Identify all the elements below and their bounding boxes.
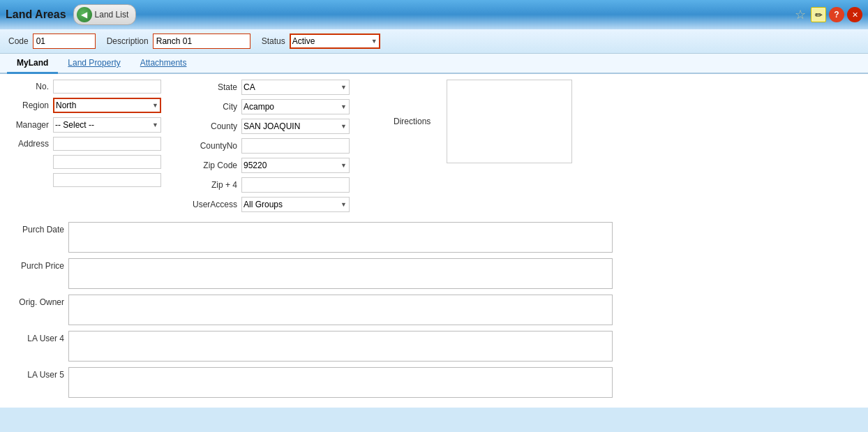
- orig-owner-textarea[interactable]: [68, 295, 613, 325]
- manager-label: Manager: [8, 120, 49, 130]
- help-icon[interactable]: ?: [829, 7, 844, 22]
- zipcode-row: Zip Code 95220: [187, 158, 368, 173]
- state-row: State CA NV OR: [187, 80, 368, 95]
- state-select[interactable]: CA NV OR: [241, 80, 350, 95]
- countyno-row: CountyNo: [187, 138, 368, 154]
- region-select[interactable]: North South East West: [53, 98, 161, 113]
- city-label: City: [187, 102, 237, 112]
- zip4-label: Zip + 4: [187, 180, 237, 190]
- status-field-group: Status Active Inactive: [262, 33, 380, 49]
- code-field-group: Code: [8, 33, 96, 49]
- manager-row: Manager -- Select --: [8, 117, 162, 133]
- zipcode-label: Zip Code: [187, 161, 237, 170]
- back-button[interactable]: ◀ Land List: [73, 4, 137, 25]
- app-title: Land Areas: [6, 8, 66, 21]
- orig-owner-label: Orig. Owner: [8, 295, 64, 307]
- status-select[interactable]: Active Inactive: [290, 33, 380, 49]
- no-row: No.: [8, 80, 162, 94]
- main-content: MyLand Land Property Attachments No. Reg…: [0, 54, 868, 408]
- useraccess-row: UserAccess All Groups: [187, 197, 368, 212]
- purch-date-textarea[interactable]: [68, 222, 613, 253]
- bottom-fields: Purch Date Purch Price Orig. Owner LA Us…: [0, 218, 868, 408]
- middle-column: State CA NV OR City Acampo Sacramento: [187, 80, 368, 212]
- form-layout: No. Region North South East West Manager: [0, 74, 868, 218]
- tabs-bar: MyLand Land Property Attachments: [0, 54, 868, 74]
- county-row: County SAN JOAQUIN: [187, 119, 368, 134]
- orig-owner-row: Orig. Owner: [8, 295, 860, 325]
- region-row: Region North South East West: [8, 98, 162, 113]
- purch-date-row: Purch Date: [8, 222, 860, 253]
- zipcode-select[interactable]: 95220: [241, 158, 350, 173]
- status-label: Status: [262, 36, 285, 46]
- purch-price-textarea[interactable]: [68, 258, 613, 289]
- zip4-row: Zip + 4: [187, 177, 368, 193]
- county-select[interactable]: SAN JOAQUIN: [241, 119, 350, 134]
- la-user5-textarea[interactable]: [68, 367, 613, 398]
- directions-label: Directions: [394, 117, 442, 126]
- directions-row: Directions: [394, 80, 860, 163]
- code-label: Code: [8, 36, 29, 46]
- back-arrow-icon: ◀: [77, 7, 92, 22]
- purch-date-label: Purch Date: [8, 222, 64, 234]
- la-user4-row: LA User 4: [8, 331, 860, 362]
- address-row3: [8, 173, 162, 187]
- address-row: Address: [8, 137, 162, 151]
- region-label: Region: [8, 100, 49, 110]
- header-icons: ☆ ✏ ? ✕: [793, 7, 862, 22]
- left-column: No. Region North South East West Manager: [8, 80, 162, 212]
- tab-myland[interactable]: MyLand: [7, 54, 58, 74]
- description-input[interactable]: [153, 33, 250, 49]
- countyno-input[interactable]: [241, 138, 350, 154]
- code-input[interactable]: [33, 33, 96, 49]
- no-label: No.: [8, 82, 49, 91]
- tab-attachments[interactable]: Attachments: [130, 54, 197, 74]
- purch-price-row: Purch Price: [8, 258, 860, 289]
- back-button-label: Land List: [95, 10, 129, 20]
- state-label: State: [187, 82, 237, 92]
- useraccess-label: UserAccess: [187, 200, 237, 209]
- description-field-group: Description: [107, 33, 250, 49]
- address-row2: [8, 155, 162, 169]
- right-column: Directions: [394, 80, 860, 212]
- directions-textarea[interactable]: [447, 80, 572, 163]
- la-user4-label: LA User 4: [8, 331, 64, 343]
- county-label: County: [187, 121, 237, 131]
- tab-land-property[interactable]: Land Property: [58, 54, 130, 74]
- edit-icon[interactable]: ✏: [811, 7, 826, 22]
- city-select[interactable]: Acampo Sacramento: [241, 99, 350, 114]
- useraccess-select[interactable]: All Groups: [241, 197, 350, 212]
- la-user4-textarea[interactable]: [68, 331, 613, 362]
- address-label: Address: [8, 139, 49, 149]
- la-user5-label: LA User 5: [8, 367, 64, 380]
- countyno-label: CountyNo: [187, 141, 237, 151]
- no-input[interactable]: [53, 80, 161, 94]
- description-label: Description: [107, 36, 149, 46]
- manager-select[interactable]: -- Select --: [53, 117, 161, 133]
- app-header: Land Areas ◀ Land List ☆ ✏ ? ✕: [0, 0, 868, 29]
- purch-price-label: Purch Price: [8, 258, 64, 271]
- address-input-1[interactable]: [53, 137, 161, 151]
- city-row: City Acampo Sacramento: [187, 99, 368, 114]
- star-icon[interactable]: ☆: [793, 7, 808, 22]
- close-icon[interactable]: ✕: [847, 7, 862, 22]
- address-input-2[interactable]: [53, 155, 161, 169]
- la-user5-row: LA User 5: [8, 367, 860, 398]
- zip4-input[interactable]: [241, 177, 350, 193]
- address-input-3[interactable]: [53, 173, 161, 187]
- toolbar: Code Description Status Active Inactive: [0, 29, 868, 54]
